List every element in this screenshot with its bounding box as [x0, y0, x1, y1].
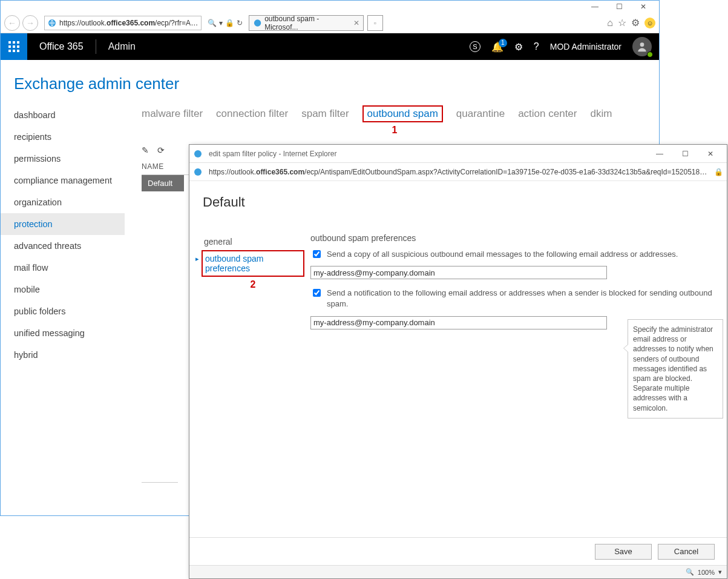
- dialog-title: edit spam filter policy - Internet Explo…: [209, 150, 336, 158]
- main-window-titlebar: — ☐ ✕: [1, 1, 659, 13]
- list-footer-separator: [142, 482, 178, 483]
- feedback-icon[interactable]: ☺: [644, 18, 655, 28]
- dialog-footer: Save Cancel: [189, 537, 727, 565]
- o365-app-label[interactable]: Admin: [96, 41, 148, 52]
- svg-point-2: [640, 42, 644, 47]
- sidebar-item-mail-flow[interactable]: mail flow: [1, 257, 125, 279]
- sidebar-item-dashboard[interactable]: dashboard: [1, 104, 125, 126]
- tab-quarantine[interactable]: quarantine: [456, 108, 505, 122]
- refresh-icon[interactable]: ↻: [237, 19, 243, 27]
- dialog-nav: general outbound spam preferences 2: [202, 191, 304, 537]
- sidebar-item-organization[interactable]: organization: [1, 191, 125, 213]
- dialog-nav-outbound-spam-preferences[interactable]: outbound spam preferences: [202, 250, 304, 277]
- maximize-button[interactable]: ☐: [607, 1, 631, 12]
- search-icon[interactable]: 🔍: [208, 19, 217, 27]
- o365-suite-bar: Office 365 Admin S 🔔 1 ⚙ ? MOD Administr…: [1, 33, 659, 60]
- help-tooltip: Specify the administrator email address …: [628, 319, 723, 419]
- user-name-label[interactable]: MOD Administrator: [550, 42, 621, 51]
- tab-connection-filter[interactable]: connection filter: [216, 108, 288, 122]
- eac-sidebar: dashboard recipients permissions complia…: [1, 101, 125, 483]
- section-title: outbound spam preferences: [310, 233, 717, 243]
- dialog-address-bar[interactable]: https://outlook.office365.com/ecp/Antisp…: [189, 163, 727, 181]
- save-button[interactable]: Save: [595, 544, 652, 560]
- sidebar-item-advanced-threats[interactable]: advanced threats: [1, 235, 125, 257]
- new-tab-button[interactable]: ▫: [367, 15, 383, 31]
- dialog-url-text: https://outlook.office365.com/ecp/Antisp…: [209, 168, 710, 176]
- help-icon[interactable]: ?: [534, 41, 539, 52]
- dialog-nav-general[interactable]: general: [202, 233, 304, 250]
- sidebar-item-protection[interactable]: protection: [1, 213, 125, 235]
- address-bar-buttons: 🔍 ▾ 🔒 ↻: [205, 19, 245, 27]
- input-notify-addresses[interactable]: [310, 316, 607, 329]
- zoom-dropdown-icon[interactable]: ▾: [718, 568, 722, 576]
- waffle-icon: [8, 41, 19, 52]
- tab-malware-filter[interactable]: malware filter: [142, 108, 203, 122]
- edit-icon[interactable]: ✎: [142, 145, 149, 155]
- notifications-badge: 1: [499, 39, 507, 47]
- svg-point-1: [254, 19, 261, 26]
- skype-icon[interactable]: S: [470, 41, 480, 52]
- dialog-maximize-button[interactable]: ☐: [672, 150, 698, 158]
- dialog-close-button[interactable]: ✕: [698, 150, 723, 158]
- page-title: Exchange admin center: [1, 60, 659, 101]
- svg-point-3: [194, 150, 202, 157]
- ie-icon: [47, 18, 57, 28]
- address-bar[interactable]: https://outlook.office365.com/ecp/?rfr=A…: [44, 16, 202, 30]
- ie-icon: [253, 18, 262, 28]
- close-button[interactable]: ✕: [631, 1, 655, 12]
- svg-point-4: [194, 168, 202, 176]
- input-copy-addresses[interactable]: [310, 266, 607, 279]
- zoom-icon[interactable]: 🔍: [686, 568, 694, 576]
- refresh-list-icon[interactable]: ⟳: [157, 145, 165, 155]
- address-bar-text: https://outlook.office365.com/ecp/?rfr=A…: [59, 19, 198, 27]
- annotation-1: 1: [389, 125, 401, 136]
- sidebar-item-mobile[interactable]: mobile: [1, 279, 125, 300]
- checkbox-notify-blocked[interactable]: [313, 289, 321, 297]
- forward-button[interactable]: →: [22, 15, 38, 31]
- sidebar-item-recipients[interactable]: recipients: [1, 126, 125, 148]
- sidebar-item-compliance-management[interactable]: compliance management: [1, 170, 125, 191]
- home-icon[interactable]: ⌂: [607, 18, 613, 28]
- favorites-icon[interactable]: ☆: [618, 17, 626, 28]
- tab-dkim[interactable]: dkim: [590, 108, 612, 122]
- sidebar-item-public-folders[interactable]: public folders: [1, 300, 125, 322]
- ie-icon: [193, 149, 203, 159]
- tab-action-center[interactable]: action center: [518, 108, 577, 122]
- dropdown-icon[interactable]: ▾: [219, 19, 223, 27]
- ie-icon: [193, 167, 203, 177]
- policy-name-heading: Default: [203, 194, 245, 210]
- cancel-button[interactable]: Cancel: [658, 544, 715, 560]
- app-launcher-button[interactable]: [1, 33, 27, 60]
- person-icon: [636, 41, 648, 53]
- back-button[interactable]: ←: [4, 15, 20, 31]
- tab-close-icon[interactable]: ✕: [353, 19, 359, 27]
- tab-spam-filter[interactable]: spam filter: [301, 108, 349, 122]
- notifications-button[interactable]: 🔔 1: [491, 41, 503, 53]
- zoom-level[interactable]: 100%: [698, 569, 715, 576]
- checkbox-notify-blocked-label: Send a notification to the following ema…: [327, 288, 717, 309]
- dialog-minimize-button[interactable]: —: [647, 150, 672, 158]
- browser-tab-active[interactable]: outbound spam - Microsof... ✕: [249, 15, 364, 31]
- user-avatar[interactable]: [632, 37, 652, 56]
- edit-spam-policy-dialog: edit spam filter policy - Internet Explo…: [189, 144, 727, 579]
- sidebar-item-permissions[interactable]: permissions: [1, 148, 125, 170]
- dialog-body: Default general outbound spam preference…: [189, 181, 727, 537]
- policy-row-default[interactable]: Default: [142, 175, 184, 191]
- annotation-2: 2: [202, 279, 304, 290]
- tab-outbound-spam[interactable]: outbound spam: [362, 105, 443, 122]
- presence-indicator: [647, 51, 653, 58]
- checkbox-send-copy[interactable]: [313, 250, 321, 258]
- dialog-titlebar[interactable]: edit spam filter policy - Internet Explo…: [189, 145, 727, 163]
- tools-icon[interactable]: ⚙: [631, 17, 640, 28]
- dialog-status-bar: 🔍 100% ▾: [189, 565, 727, 578]
- lock-icon: 🔒: [714, 168, 723, 176]
- checkbox-send-copy-label: Send a copy of all suspicious outbound e…: [327, 249, 678, 260]
- settings-icon[interactable]: ⚙: [514, 41, 523, 53]
- browser-toolbar: ← → https://outlook.office365.com/ecp/?r…: [1, 13, 659, 33]
- sidebar-item-hybrid[interactable]: hybrid: [1, 344, 125, 366]
- o365-brand-label[interactable]: Office 365: [27, 41, 96, 52]
- minimize-button[interactable]: —: [583, 1, 607, 12]
- sidebar-item-unified-messaging[interactable]: unified messaging: [1, 322, 125, 344]
- lock-icon: 🔒: [225, 19, 234, 27]
- tab-title: outbound spam - Microsof...: [264, 15, 350, 31]
